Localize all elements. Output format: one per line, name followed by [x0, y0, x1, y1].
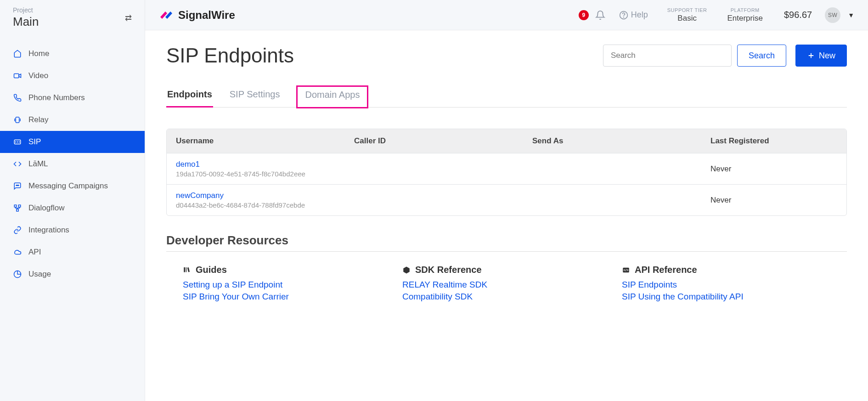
sip-icon: [13, 137, 22, 147]
notification-badge[interactable]: 9: [579, 10, 589, 20]
dev-col-sdk-reference: SDK ReferenceRELAY Realtime SDKCompatibi…: [402, 265, 611, 304]
column-header: Caller ID: [354, 136, 529, 146]
signalwire-icon: [159, 9, 174, 22]
help-icon: [619, 11, 628, 20]
sidebar-item-integrations[interactable]: Integrations: [0, 219, 145, 241]
column-header: Last Registered: [710, 136, 837, 146]
api-icon: [622, 266, 630, 274]
relay-icon: [13, 115, 22, 124]
link-icon: [13, 226, 22, 235]
message-icon: [13, 181, 22, 191]
balance[interactable]: $96.67: [784, 10, 812, 20]
sidebar-item-usage[interactable]: Usage: [0, 263, 145, 285]
phone-icon: [13, 93, 22, 102]
dev-resources-title: Developer Resources: [166, 233, 847, 248]
dev-link[interactable]: RELAY Realtime SDK: [402, 280, 611, 290]
endpoint-uuid: d04443a2-be6c-4684-87d4-788fd97cebde: [176, 201, 350, 209]
tab-domain-apps[interactable]: Domain Apps: [296, 85, 368, 108]
column-header: Username: [176, 136, 350, 146]
home-icon: [13, 49, 22, 58]
sidebar-item-video[interactable]: Video: [0, 65, 145, 87]
code-icon: [13, 159, 22, 169]
chart-icon: [13, 270, 22, 279]
sidebar-item-phone-numbers[interactable]: Phone Numbers: [0, 87, 145, 109]
sidebar-item-home[interactable]: Home: [0, 43, 145, 65]
search-input[interactable]: [603, 45, 732, 67]
brand-text: SignalWire: [178, 9, 235, 22]
column-header: Send As: [532, 136, 707, 146]
endpoint-uuid: 19da1705-0092-4e51-8745-f8c704bd2eee: [176, 170, 350, 178]
project-label: Project: [13, 6, 39, 14]
svg-point-5: [18, 185, 19, 186]
help-link[interactable]: Help: [619, 10, 648, 20]
endpoint-username[interactable]: demo1: [176, 160, 350, 169]
sidebar: Project Main ⇄ HomeVideoPhone NumbersRel…: [0, 0, 145, 401]
search-button[interactable]: Search: [737, 45, 786, 67]
endpoint-username[interactable]: newCompany: [176, 191, 350, 200]
dev-link[interactable]: SIP Endpoints: [622, 280, 830, 290]
dev-link[interactable]: SIP Bring Your Own Carrier: [183, 292, 391, 302]
svg-point-10: [623, 17, 624, 17]
video-icon: [13, 71, 22, 80]
svg-point-3: [16, 185, 17, 186]
sidebar-item-api[interactable]: API: [0, 241, 145, 263]
tab-endpoints[interactable]: Endpoints: [166, 85, 213, 107]
endpoints-table: UsernameCaller IDSend AsLast Registered …: [166, 129, 847, 216]
svg-point-4: [17, 185, 18, 186]
sidebar-item-dialogflow[interactable]: Dialogflow: [0, 197, 145, 219]
dev-col-api-reference: API ReferenceSIP EndpointsSIP Using the …: [622, 265, 830, 304]
sidebar-item-relay[interactable]: Relay: [0, 109, 145, 131]
svg-rect-7: [18, 205, 21, 207]
avatar[interactable]: SW: [825, 7, 840, 23]
brand-logo[interactable]: SignalWire: [159, 9, 235, 22]
support-tier[interactable]: SUPPORT TIER Basic: [667, 7, 707, 23]
table-row: demo119da1705-0092-4e51-8745-f8c704bd2ee…: [167, 153, 846, 184]
platform-tier[interactable]: PLATFORM Enterprise: [727, 7, 762, 23]
swap-project-icon[interactable]: ⇄: [125, 13, 132, 23]
cloud-icon: [13, 248, 22, 257]
new-button[interactable]: New: [795, 45, 847, 67]
project-name[interactable]: Main: [13, 15, 39, 29]
sidebar-item-lāml[interactable]: LāML: [0, 153, 145, 175]
plus-icon: [807, 51, 815, 60]
topbar: SignalWire 9 Help SUPPORT TIER Basic PLA…: [145, 0, 868, 30]
dev-col-guides: GuidesSetting up a SIP EndpointSIP Bring…: [183, 265, 391, 304]
svg-rect-1: [16, 117, 19, 123]
chevron-down-icon[interactable]: ▼: [848, 11, 854, 19]
svg-rect-8: [17, 209, 19, 211]
flow-icon: [13, 203, 22, 213]
sidebar-item-sip[interactable]: SIP: [0, 131, 145, 153]
pkg-icon: [402, 266, 411, 274]
page-title: SIP Endpoints: [166, 44, 603, 67]
dev-link[interactable]: Compatibility SDK: [402, 292, 611, 302]
bell-icon[interactable]: [595, 10, 605, 20]
tabs: EndpointsSIP SettingsDomain Apps: [166, 85, 847, 107]
table-row: newCompanyd04443a2-be6c-4684-87d4-788fd9…: [167, 184, 846, 215]
book-icon: [183, 266, 191, 274]
svg-rect-0: [14, 74, 19, 78]
tab-sip-settings[interactable]: SIP Settings: [229, 85, 281, 107]
sidebar-item-messaging-campaigns[interactable]: Messaging Campaigns: [0, 175, 145, 197]
dev-link[interactable]: Setting up a SIP Endpoint: [183, 280, 391, 290]
svg-rect-6: [14, 205, 17, 207]
sidebar-nav: HomeVideoPhone NumbersRelaySIPLāMLMessag…: [0, 43, 145, 285]
dev-link[interactable]: SIP Using the Compatibility API: [622, 292, 830, 302]
